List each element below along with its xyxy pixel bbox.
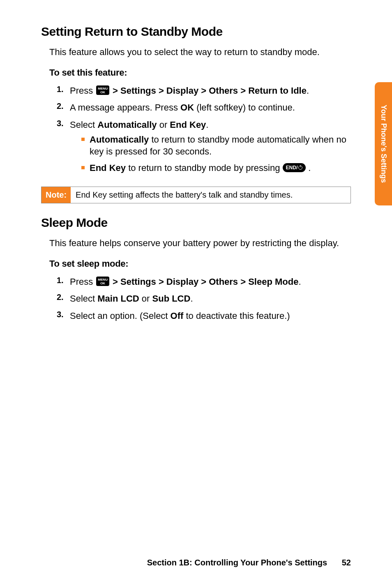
- option-label: Sub LCD: [152, 293, 191, 304]
- list-item: End Key to return to standby mode by pre…: [81, 162, 351, 174]
- option-label: Automatically: [97, 120, 157, 130]
- note-box: Note: End Key setting affects the batter…: [41, 187, 351, 203]
- bullet-icon: [81, 138, 85, 141]
- text: Select: [70, 120, 97, 130]
- step-number: 2.: [57, 101, 70, 114]
- text: Press: [70, 85, 95, 96]
- step-1: 1. Press MENUOK > Settings > Display > O…: [57, 85, 351, 97]
- menu-ok-icon: MENUOK: [96, 277, 109, 286]
- end-power-icon: END/: [283, 163, 306, 172]
- note-label: Note:: [42, 187, 71, 203]
- nav-path: > Settings > Display > Others > Return t…: [113, 85, 307, 96]
- bullet-icon: [81, 166, 85, 169]
- side-tab: Your Phone's Settings: [375, 82, 392, 205]
- step-number: 1.: [57, 85, 70, 97]
- step-3: 3. Select Automatically or End Key. Auto…: [57, 119, 351, 178]
- text: to deactivate this feature.): [183, 311, 290, 321]
- subhead-sleep: To set sleep mode:: [49, 258, 351, 269]
- text: .: [306, 163, 311, 173]
- option-label: Automatically: [90, 134, 149, 145]
- text: or: [139, 293, 152, 304]
- step-body: Select Main LCD or Sub LCD.: [70, 293, 351, 305]
- page-number: 52: [342, 558, 351, 567]
- text: Select an option. (Select: [70, 311, 171, 321]
- step-body: Press MENUOK > Settings > Display > Othe…: [70, 276, 351, 288]
- steps-standby: 1. Press MENUOK > Settings > Display > O…: [57, 85, 351, 178]
- page-footer: Section 1B: Controlling Your Phone's Set…: [41, 558, 351, 567]
- menu-ok-icon: MENUOK: [96, 85, 109, 95]
- option-label: End Key: [90, 163, 126, 173]
- option-label: Main LCD: [97, 293, 139, 304]
- intro-standby: This feature allows you to select the wa…: [49, 46, 351, 58]
- step-1: 1. Press MENUOK > Settings > Display > O…: [57, 276, 351, 288]
- text: or: [157, 120, 170, 130]
- step-3: 3. Select an option. (Select Off to deac…: [57, 310, 351, 322]
- step-2: 2. Select Main LCD or Sub LCD.: [57, 293, 351, 305]
- text: .: [307, 85, 309, 96]
- text: .: [190, 293, 193, 304]
- steps-sleep: 1. Press MENUOK > Settings > Display > O…: [57, 276, 351, 322]
- list-item: Automatically to return to standby mode …: [81, 134, 351, 158]
- text: to return to standby mode by pressing: [126, 163, 283, 173]
- text: A message appears. Press: [70, 102, 180, 113]
- subhead-standby: To set this feature:: [49, 67, 351, 78]
- step-body: Select an option. (Select Off to deactiv…: [70, 310, 351, 322]
- step-2: 2. A message appears. Press OK (left sof…: [57, 101, 351, 114]
- intro-sleep: This feature helps conserve your battery…: [49, 237, 351, 249]
- heading-standby: Setting Return to Standby Mode: [41, 25, 351, 39]
- option-label: Off: [171, 311, 184, 321]
- side-tab-label: Your Phone's Settings: [379, 105, 388, 183]
- text: (left softkey) to continue.: [194, 102, 295, 113]
- page-content: Your Phone's Settings Setting Return to …: [0, 0, 392, 588]
- sublist: Automatically to return to standby mode …: [70, 134, 351, 174]
- nav-path: > Settings > Display > Others > Sleep Mo…: [113, 277, 298, 287]
- text: .: [206, 120, 208, 130]
- step-number: 3.: [57, 119, 70, 178]
- option-label: End Key: [170, 120, 206, 130]
- step-number: 2.: [57, 293, 70, 305]
- text: Select: [70, 293, 97, 304]
- footer-section: Section 1B: Controlling Your Phone's Set…: [147, 558, 327, 567]
- text: Press: [70, 277, 95, 287]
- note-text: End Key setting affects the battery's ta…: [71, 187, 350, 203]
- sub-body: Automatically to return to standby mode …: [90, 134, 351, 158]
- text: .: [298, 277, 301, 287]
- heading-sleep: Sleep Mode: [41, 216, 351, 230]
- step-number: 1.: [57, 276, 70, 288]
- sub-body: End Key to return to standby mode by pre…: [90, 162, 351, 174]
- step-number: 3.: [57, 310, 70, 322]
- softkey-label: OK: [180, 102, 194, 113]
- step-body: A message appears. Press OK (left softke…: [70, 101, 351, 114]
- step-body: Select Automatically or End Key. Automat…: [70, 119, 351, 178]
- step-body: Press MENUOK > Settings > Display > Othe…: [70, 85, 351, 97]
